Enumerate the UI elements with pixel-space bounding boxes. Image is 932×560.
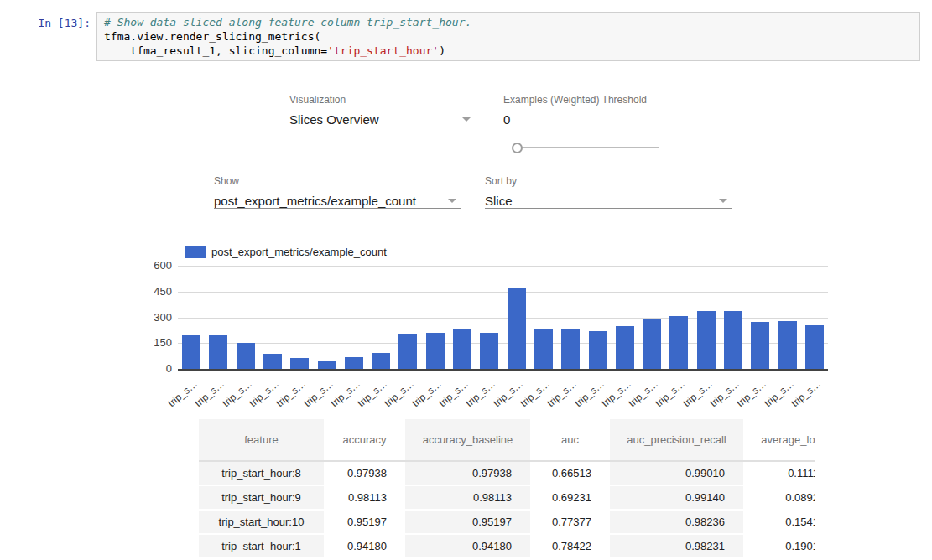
bar-slice-12[interactable] xyxy=(508,288,526,369)
bar-slice-1[interactable] xyxy=(209,335,227,369)
bar-slice-4[interactable] xyxy=(290,358,309,369)
y-tick-label: 600 xyxy=(134,259,172,272)
bar-slice-6[interactable] xyxy=(345,357,363,369)
legend-swatch xyxy=(185,246,206,258)
metric-cell: 0.98231 xyxy=(610,535,743,559)
column-header-feature[interactable]: feature xyxy=(199,419,324,462)
slices-bar-chart: post_export_metrics/example_count 015030… xyxy=(0,0,932,419)
gridline xyxy=(178,266,828,267)
table-row[interactable]: trip_start_hour:10.941800.941800.784220.… xyxy=(199,535,815,559)
bar-slice-2[interactable] xyxy=(237,343,255,369)
bar-slice-5[interactable] xyxy=(318,361,336,369)
metric-cell: 0.97938 xyxy=(324,462,405,486)
feature-cell: trip_start_hour:9 xyxy=(199,486,324,511)
bar-slice-22[interactable] xyxy=(778,321,797,369)
bar-slice-7[interactable] xyxy=(372,353,390,369)
metric-cell: 0.98113 xyxy=(324,486,405,511)
legend-label: post_export_metrics/example_count xyxy=(211,246,387,258)
metric-cell: 0.1901 xyxy=(743,535,815,559)
bar-slice-9[interactable] xyxy=(426,333,445,369)
bar-slice-3[interactable] xyxy=(263,354,282,369)
bar-slice-11[interactable] xyxy=(480,333,498,369)
bar-slice-23[interactable] xyxy=(805,325,824,369)
table-row[interactable]: trip_start_hour:100.951970.951970.773770… xyxy=(199,511,815,535)
metric-cell: 0.98236 xyxy=(610,511,743,535)
metric-cell: 0.99010 xyxy=(610,462,743,486)
metric-cell: 0.69231 xyxy=(530,486,610,511)
bar-slice-20[interactable] xyxy=(724,311,742,369)
bar-slice-21[interactable] xyxy=(751,322,769,369)
column-header-auc[interactable]: auc xyxy=(530,419,610,462)
feature-cell: trip_start_hour:1 xyxy=(199,535,324,559)
metric-cell: 0.98113 xyxy=(405,486,530,511)
metric-cell: 0.1541 xyxy=(743,511,815,535)
metric-cell: 0.97938 xyxy=(405,462,530,486)
bar-slice-13[interactable] xyxy=(534,329,553,369)
metric-cell: 0.94180 xyxy=(324,535,405,559)
column-header-accuracy_baseline[interactable]: accuracy_baseline xyxy=(405,419,530,462)
bar-slice-8[interactable] xyxy=(398,334,417,369)
bar-slice-14[interactable] xyxy=(561,329,580,369)
column-header-auc_precision_recall[interactable]: auc_precision_recall xyxy=(610,419,743,462)
bar-slice-17[interactable] xyxy=(643,319,661,369)
x-axis-line xyxy=(178,369,828,371)
metric-cell: 0.0892 xyxy=(743,486,815,511)
metric-cell: 0.77377 xyxy=(530,511,610,535)
column-header-accuracy[interactable]: accuracy xyxy=(324,419,405,462)
bar-slice-15[interactable] xyxy=(589,331,607,369)
metric-cell: 0.66513 xyxy=(530,462,610,486)
bar-slice-18[interactable] xyxy=(669,316,688,369)
metric-cell: 0.95197 xyxy=(324,511,405,535)
column-header-average_loss[interactable]: average_loss xyxy=(743,419,815,462)
metrics-table: featureaccuracyaccuracy_baselineaucauc_p… xyxy=(199,419,815,560)
y-tick-label: 0 xyxy=(134,362,172,376)
table-row[interactable]: trip_start_hour:90.981130.981130.692310.… xyxy=(199,486,815,511)
table-row[interactable]: trip_start_hour:80.979380.979380.665130.… xyxy=(199,462,815,486)
metric-cell: 0.78422 xyxy=(530,535,610,559)
metric-cell: 0.1111 xyxy=(743,462,815,486)
metric-cell: 0.94180 xyxy=(405,535,530,559)
y-tick-label: 450 xyxy=(134,285,172,298)
table-header-row: featureaccuracyaccuracy_baselineaucauc_p… xyxy=(199,419,815,462)
bar-slice-0[interactable] xyxy=(182,335,200,369)
feature-cell: trip_start_hour:8 xyxy=(199,462,324,486)
y-tick-label: 150 xyxy=(134,336,172,350)
bar-slice-16[interactable] xyxy=(616,326,634,369)
feature-cell: trip_start_hour:10 xyxy=(199,511,324,535)
bar-slice-10[interactable] xyxy=(453,329,471,369)
bar-slice-19[interactable] xyxy=(697,311,716,369)
metric-cell: 0.95197 xyxy=(405,511,530,535)
gridline xyxy=(178,292,828,293)
metric-cell: 0.99140 xyxy=(610,486,743,511)
y-tick-label: 300 xyxy=(134,311,172,324)
